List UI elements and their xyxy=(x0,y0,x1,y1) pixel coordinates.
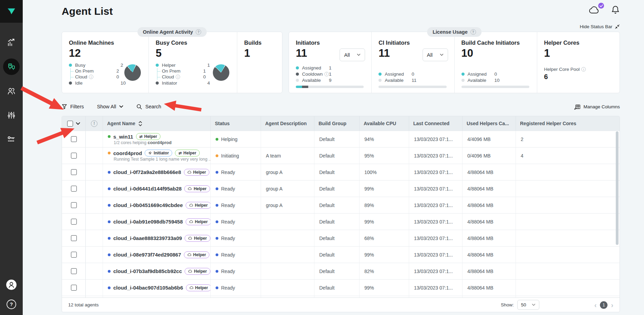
table-row[interactable]: cloud_i-04bac907d105ab6b6Helper Ready De… xyxy=(62,279,620,296)
agents-icon xyxy=(7,63,15,71)
filter-funnel-icon xyxy=(62,104,67,109)
chevron-down-icon xyxy=(440,54,444,56)
select-all-checkbox[interactable] xyxy=(67,121,73,127)
users-icon[interactable] xyxy=(7,87,16,96)
row-checkbox[interactable] xyxy=(71,136,77,142)
status-dot xyxy=(108,135,111,138)
table-row[interactable]: coord4prod Initiator ⇄Helper Running Tes… xyxy=(62,147,620,164)
info-icon[interactable]: i xyxy=(324,72,329,76)
column-build-group[interactable]: Build Group xyxy=(314,116,360,131)
search-icon xyxy=(136,104,142,110)
info-icon[interactable]: i xyxy=(176,75,180,79)
prev-page-button[interactable]: ‹ xyxy=(594,302,597,308)
partial-row xyxy=(62,296,620,297)
current-page[interactable]: 1 xyxy=(600,301,607,309)
show-all-dropdown[interactable]: Show All xyxy=(97,104,123,109)
table-row[interactable]: s_win11 ⇄Helper 1/2 cores helping coord4… xyxy=(62,131,620,147)
busy-cores-pie xyxy=(213,64,229,81)
table-row[interactable]: cloud_i-08e973f74ed290867Helper Ready De… xyxy=(62,246,620,263)
cloud-status-icon[interactable] xyxy=(588,5,601,17)
cloud-helper-badge: Helper xyxy=(185,268,210,275)
column-agent-name[interactable]: Agent Name xyxy=(103,116,211,131)
incredibuild-logo[interactable] xyxy=(0,0,23,23)
help-icon[interactable]: ? xyxy=(6,299,17,311)
cloud-icon xyxy=(187,170,191,174)
cloud-helper-badge: Helper xyxy=(185,235,210,242)
svg-text:?: ? xyxy=(10,302,13,307)
column-cpu[interactable]: Available CPU xyxy=(360,116,409,131)
license-key-icon[interactable] xyxy=(7,135,16,144)
table-row[interactable]: cloud_i-0d6441d144f95ab28Helper Ready gr… xyxy=(62,180,620,197)
helper-cores-stat: Helper Cores 1 Helper Core Pooli 6 xyxy=(537,32,620,93)
alert-column-icon: ! xyxy=(91,120,97,127)
cloud-helper-badge: Helper xyxy=(184,169,209,176)
table-row[interactable]: cloud_i-0f72a9a2e88b666e8Helper Ready gr… xyxy=(62,164,620,180)
page-size-select[interactable]: 50 xyxy=(517,300,539,310)
search-button[interactable]: Search xyxy=(136,104,161,110)
initiators-usage-bar xyxy=(296,86,364,88)
row-checkbox[interactable] xyxy=(71,252,77,258)
ci-initiators-stat: CI Initiators 11 All Assigned0 Available… xyxy=(371,32,454,93)
row-checkbox[interactable] xyxy=(71,202,77,208)
notifications-bell-icon[interactable] xyxy=(611,5,620,16)
initiators-filter-dropdown[interactable]: All xyxy=(340,48,365,61)
avatar[interactable] xyxy=(6,279,17,292)
row-checkbox[interactable] xyxy=(71,285,77,291)
status-dot xyxy=(108,152,111,154)
row-checkbox[interactable] xyxy=(71,268,77,274)
cloud-helper-badge: Helper xyxy=(186,218,211,225)
column-status[interactable]: Status xyxy=(211,116,261,131)
status-dot xyxy=(108,220,111,223)
column-last-connected[interactable]: Last Connected xyxy=(409,116,463,131)
row-checkbox[interactable] xyxy=(71,235,77,241)
page-title: Agent List xyxy=(62,0,620,17)
status-dot xyxy=(108,253,111,256)
helper-badge: ⇄Helper xyxy=(136,133,161,140)
build-cache-initiators-stat: Build Cache Initiators 10 Assigned0 Avai… xyxy=(454,32,537,93)
info-icon[interactable]: i xyxy=(581,67,586,72)
column-used-helpers[interactable]: Used Helpers Ca... xyxy=(463,116,516,131)
row-checkbox[interactable] xyxy=(71,219,77,225)
vertical-scrollbar[interactable] xyxy=(616,131,619,245)
initiator-badge: Initiator xyxy=(145,150,172,156)
column-registered-cores[interactable]: Registered Helper Cores xyxy=(516,116,620,131)
table-footer: 12 total agents Show: 50 ‹ 1 › xyxy=(62,297,620,312)
table-row[interactable]: cloud_i-07b3af9db85cb92ccHelper Ready De… xyxy=(62,263,620,279)
next-page-button[interactable]: › xyxy=(611,302,613,308)
status-dot xyxy=(108,286,111,289)
chevron-down-icon xyxy=(532,304,536,306)
cloud-icon xyxy=(189,220,193,224)
chevron-down-icon[interactable] xyxy=(76,122,80,125)
row-checkbox[interactable] xyxy=(71,169,77,175)
sidebar: ? xyxy=(0,0,23,315)
status-dot xyxy=(108,204,111,207)
online-agent-activity-card: Online Agent Activity ? Online Machines … xyxy=(62,32,282,93)
status-dot xyxy=(108,237,111,240)
table-row[interactable]: cloud_i-0aae8883239733a09Helper Ready De… xyxy=(62,230,620,246)
build-cache-usage-bar xyxy=(461,86,529,88)
table-row[interactable]: cloud_i-0ab91e098db759458Helper Ready De… xyxy=(62,213,620,230)
manage-columns-button[interactable]: Manage Columns xyxy=(574,104,620,110)
row-subtitle: Running Test Sample 1 long name very ver… xyxy=(114,157,211,162)
status-dot xyxy=(108,187,111,190)
cloud-check-badge xyxy=(598,3,604,9)
row-checkbox[interactable] xyxy=(71,153,77,159)
chevron-down-icon xyxy=(119,105,123,108)
analytics-icon[interactable] xyxy=(7,38,16,47)
sidebar-item-agents[interactable] xyxy=(3,58,20,75)
filters-button[interactable]: Filters xyxy=(62,104,84,109)
ci-initiators-filter-dropdown[interactable]: All xyxy=(423,48,448,61)
online-machines-pie xyxy=(124,64,141,81)
agent-table: ! Agent Name Status Agent Description Bu… xyxy=(62,116,620,312)
collapse-icon xyxy=(615,24,620,29)
hide-status-bar-button[interactable]: Hide Status Bar xyxy=(580,24,620,29)
table-row[interactable]: cloud_i-0b0451669c49cbdeeHelper Ready gr… xyxy=(62,197,620,213)
info-icon[interactable]: i xyxy=(89,75,93,79)
settings-sliders-icon[interactable] xyxy=(7,111,16,120)
row-checkbox[interactable] xyxy=(71,186,77,192)
total-agents-label: 12 total agents xyxy=(68,302,99,307)
cloud-icon xyxy=(189,286,194,290)
license-usage-card: License Usage ? Initiators 11 All Assign… xyxy=(289,32,620,93)
column-description[interactable]: Agent Description xyxy=(261,116,314,131)
status-dot xyxy=(108,171,111,174)
